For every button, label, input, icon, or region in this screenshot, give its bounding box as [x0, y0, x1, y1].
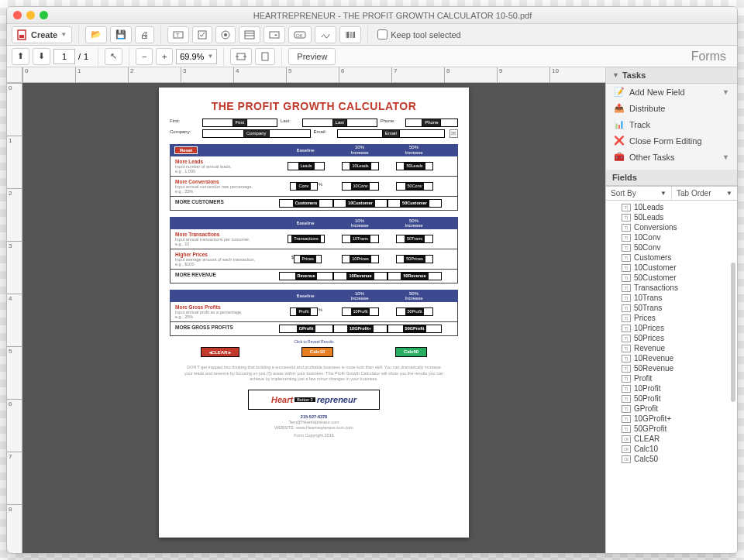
- logo-button[interactable]: Heart Button 3 repreneur: [248, 390, 380, 410]
- pdf-page[interactable]: THE PROFIT GROWTH CALCULATOR First: Firs…: [159, 88, 469, 538]
- field-prices[interactable]: Prices: [294, 255, 322, 263]
- field-list-item[interactable]: T|10GProfit+: [606, 414, 737, 424]
- field-list-item[interactable]: T|Conversions: [606, 222, 737, 232]
- task-add-new-field[interactable]: 📝Add New Field▼: [606, 84, 737, 100]
- field-10prices[interactable]: 10Prices: [342, 255, 379, 263]
- canvas-viewport[interactable]: THE PROFIT GROWTH CALCULATOR First: Firs…: [22, 83, 605, 553]
- fields-list[interactable]: T|10LeadsT|50LeadsT|ConversionsT|10ConvT…: [606, 201, 737, 553]
- field-list-item[interactable]: T|Customers: [606, 253, 737, 263]
- field-list-item[interactable]: T|Prices: [606, 313, 737, 323]
- task-other-tasks[interactable]: 🧰Other Tasks▼: [606, 149, 737, 165]
- field-last[interactable]: Last: [302, 119, 377, 127]
- calc10-button[interactable]: Calc10: [301, 347, 333, 357]
- button-tool[interactable]: OK: [288, 26, 312, 43]
- field-list-item[interactable]: T|50Profit: [606, 393, 737, 404]
- field-company[interactable]: Company: [202, 129, 311, 138]
- listbox-tool[interactable]: [239, 26, 260, 43]
- keep-tool-selected-checkbox[interactable]: Keep tool selected: [377, 29, 461, 40]
- field-list-item[interactable]: T|Revenue: [606, 343, 737, 353]
- fit-width-button[interactable]: [230, 48, 252, 65]
- field-list-item[interactable]: T|10Conv: [606, 232, 737, 242]
- field-10customer[interactable]: 10Customer: [333, 199, 388, 208]
- last-page-button[interactable]: ⬇: [33, 48, 50, 65]
- reset-button[interactable]: Reset: [174, 146, 198, 155]
- field-list-item[interactable]: T|50Revenue: [606, 363, 737, 373]
- first-page-button[interactable]: ⬆: [12, 48, 29, 65]
- field-10revenue[interactable]: 10Revenue: [333, 272, 388, 280]
- print-button[interactable]: 🖨: [135, 26, 154, 43]
- fields-heading[interactable]: Fields: [606, 170, 737, 186]
- field-50prices[interactable]: 50Prices: [396, 255, 433, 263]
- field-leads[interactable]: Leads: [288, 162, 325, 170]
- field-50revenue[interactable]: 50Revenue: [388, 272, 442, 280]
- field-list-item[interactable]: T|50Customer: [606, 273, 737, 283]
- field-profit[interactable]: Profit: [290, 307, 318, 316]
- field-list-item[interactable]: T|50Leads: [606, 212, 737, 222]
- open-button[interactable]: 📂: [85, 26, 107, 43]
- radio-tool[interactable]: [215, 26, 236, 43]
- envelope-icon[interactable]: ✉: [450, 129, 458, 138]
- field-list-item[interactable]: T|Profit: [606, 373, 737, 383]
- field-customers[interactable]: Customers: [279, 199, 333, 208]
- create-button[interactable]: Create ▼: [12, 26, 72, 43]
- field-list-item[interactable]: T|GProfit: [606, 404, 737, 414]
- field-list-item[interactable]: OKCLEAR: [606, 434, 737, 444]
- field-list-item[interactable]: T|10Leads: [606, 202, 737, 212]
- tab-order-dropdown[interactable]: Tab Order▼: [671, 187, 737, 200]
- field-50customer[interactable]: 50Customer: [388, 199, 442, 208]
- field-first[interactable]: First: [202, 119, 277, 127]
- field-transactions[interactable]: Transactions: [288, 235, 325, 243]
- clear-button[interactable]: ◂CLEAR ▸: [201, 347, 239, 357]
- zoom-select[interactable]: 69.9% ▼: [176, 49, 217, 64]
- field-10leads[interactable]: 10Leads: [342, 162, 379, 170]
- task-track[interactable]: 📊Track: [606, 116, 737, 132]
- field-10gprofit[interactable]: 10GProfit+: [333, 325, 388, 333]
- field-conv[interactable]: Conv: [290, 182, 318, 191]
- field-10trans[interactable]: 10Trans: [342, 235, 379, 243]
- field-50leads[interactable]: 50Leads: [396, 162, 433, 170]
- task-close-form-editing[interactable]: ❌Close Form Editing: [606, 132, 737, 149]
- preview-button[interactable]: Preview: [288, 48, 336, 65]
- field-50profit[interactable]: 50Profit: [396, 307, 433, 316]
- field-list-item[interactable]: T|10Prices: [606, 323, 737, 333]
- barcode-tool[interactable]: [339, 26, 361, 43]
- field-50trans[interactable]: 50Trans: [396, 235, 433, 243]
- field-10conv[interactable]: 10Conv: [342, 182, 379, 191]
- field-phone[interactable]: Phone: [405, 119, 458, 127]
- keep-tool-checkbox-input[interactable]: [377, 29, 388, 40]
- signature-tool[interactable]: [315, 26, 336, 43]
- sort-by-dropdown[interactable]: Sort By▼: [606, 187, 671, 200]
- pointer-tool[interactable]: ↖: [105, 48, 122, 65]
- field-revenue[interactable]: Revenue: [279, 272, 333, 280]
- field-list-item[interactable]: OKCalc50: [606, 454, 737, 464]
- field-email[interactable]: Email: [337, 129, 446, 138]
- zoom-out-button[interactable]: −: [136, 48, 153, 65]
- field-list-item[interactable]: T|10Customer: [606, 263, 737, 273]
- checkbox-tool[interactable]: [192, 26, 212, 43]
- field-50gprofit[interactable]: 50GProfit: [388, 325, 442, 333]
- scrollbar-thumb[interactable]: [731, 263, 735, 402]
- field-list-item[interactable]: T|50Trans: [606, 303, 737, 313]
- field-list-item[interactable]: T|50Conv: [606, 242, 737, 253]
- field-list-item[interactable]: T|Transactions: [606, 283, 737, 293]
- calc50-button[interactable]: Calc50: [395, 347, 427, 357]
- tasks-heading[interactable]: ▼Tasks: [606, 67, 737, 84]
- field-list-item[interactable]: T|50Prices: [606, 333, 737, 343]
- close-window-button[interactable]: [13, 11, 22, 19]
- minimize-window-button[interactable]: [26, 11, 35, 19]
- zoom-in-button[interactable]: +: [156, 48, 173, 65]
- task-distribute[interactable]: 📤Distribute: [606, 100, 737, 116]
- fit-page-button[interactable]: [255, 48, 275, 65]
- save-button[interactable]: 💾: [110, 26, 132, 43]
- field-list-item[interactable]: OKCalc10: [606, 444, 737, 454]
- field-10profit[interactable]: 10Profit: [342, 307, 379, 316]
- dropdown-tool[interactable]: [264, 26, 285, 43]
- maximize-window-button[interactable]: [40, 11, 48, 19]
- field-list-item[interactable]: T|10Profit: [606, 383, 737, 393]
- page-number-input[interactable]: [53, 49, 75, 64]
- field-list-item[interactable]: T|10Trans: [606, 293, 737, 303]
- text-field-tool[interactable]: T: [167, 26, 189, 43]
- field-list-item[interactable]: T|10Revenue: [606, 353, 737, 363]
- field-50conv[interactable]: 50Conv: [396, 182, 433, 191]
- field-list-item[interactable]: T|50GProfit: [606, 424, 737, 434]
